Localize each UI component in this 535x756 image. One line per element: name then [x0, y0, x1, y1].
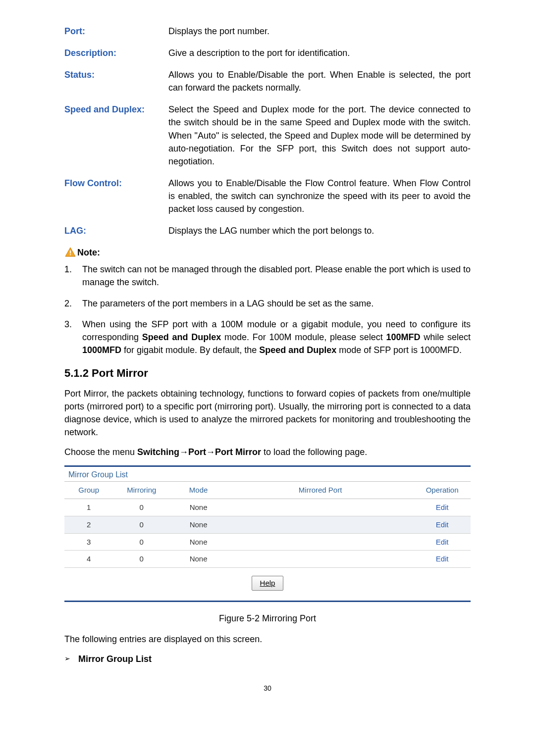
- note-number: 2.: [64, 297, 82, 310]
- cell-ports: [227, 499, 414, 516]
- note-item: 2. The parameters of the port members in…: [64, 297, 471, 310]
- cell-group: 2: [64, 516, 113, 533]
- cell-mirroring: 0: [113, 533, 170, 551]
- definitions-list: Port: Displays the port number. Descript…: [64, 25, 471, 237]
- note-label: Note:: [77, 246, 100, 259]
- definition-term: Status:: [64, 68, 168, 94]
- cell-ports: [227, 551, 414, 568]
- cell-mode: None: [170, 551, 227, 568]
- definition-desc: Displays the LAG number which the port b…: [168, 224, 471, 237]
- edit-link[interactable]: Edit: [436, 503, 449, 511]
- bullet-label: Mirror Group List: [78, 653, 152, 665]
- page-number: 30: [64, 683, 471, 693]
- definition-desc: Select the Speed and Duplex mode for the…: [168, 103, 471, 167]
- definition-row: Port: Displays the port number.: [64, 25, 471, 38]
- note-text: The switch can not be managed through th…: [82, 263, 471, 289]
- definition-row: Speed and Duplex: Select the Speed and D…: [64, 103, 471, 167]
- definition-term: Description:: [64, 47, 168, 59]
- cell-group: 3: [64, 533, 113, 551]
- definition-term: LAG:: [64, 224, 168, 237]
- choose-menu-paragraph: Choose the menu Switching→Port→Port Mirr…: [64, 446, 471, 458]
- note-text-part: while select: [421, 332, 471, 342]
- note-item: 3. When using the SFP port with a 100M m…: [64, 318, 471, 356]
- definition-term: Port:: [64, 25, 168, 38]
- table-title: Mirror Group List: [64, 467, 471, 481]
- note-text: When using the SFP port with a 100M modu…: [82, 318, 471, 356]
- definition-row: Description: Give a description to the p…: [64, 47, 471, 59]
- cell-mirroring: 0: [113, 499, 170, 516]
- table-row: 2 0 None Edit: [64, 516, 471, 533]
- col-header-mirrored-port: Mirrored Port: [227, 482, 414, 499]
- section-heading: 5.1.2 Port Mirror: [64, 365, 471, 381]
- bullet-line: ➢ Mirror Group List: [64, 653, 471, 665]
- definition-term: Speed and Duplex:: [64, 103, 168, 167]
- col-header-mode: Mode: [170, 482, 227, 499]
- edit-link[interactable]: Edit: [436, 520, 449, 529]
- menu-path: Switching→Port→Port Mirror: [137, 447, 261, 457]
- table-row: 4 0 None Edit: [64, 551, 471, 568]
- cell-ports: [227, 516, 414, 533]
- definition-term: Flow Control:: [64, 177, 168, 215]
- cell-group: 1: [64, 499, 113, 516]
- bold-text: 100MFD: [386, 332, 420, 342]
- edit-link[interactable]: Edit: [436, 554, 449, 563]
- col-header-group: Group: [64, 482, 113, 499]
- text-part: to load the following page.: [261, 447, 367, 457]
- svg-rect-1: [70, 254, 71, 255]
- intro-paragraph: Port Mirror, the packets obtaining techn…: [64, 387, 471, 439]
- after-figure-paragraph: The following entries are displayed on t…: [64, 633, 471, 646]
- bold-text: 1000MFD: [82, 345, 121, 355]
- cell-mirroring: 0: [113, 516, 170, 533]
- bullet-marker-icon: ➢: [64, 653, 78, 664]
- definition-row: LAG: Displays the LAG number which the p…: [64, 224, 471, 237]
- mirror-group-table-wrap: Mirror Group List Group Mirroring Mode M…: [64, 465, 471, 602]
- definition-desc: Allows you to Enable/Disable the Flow Co…: [168, 177, 471, 215]
- svg-rect-0: [70, 251, 71, 253]
- help-button[interactable]: Help: [252, 576, 284, 591]
- table-header-row: Group Mirroring Mode Mirrored Port Opera…: [64, 482, 471, 499]
- bold-text: Speed and Duplex: [259, 345, 336, 355]
- help-row: Help: [64, 568, 471, 601]
- table-row: 3 0 None Edit: [64, 533, 471, 551]
- definition-row: Status: Allows you to Enable/Disable the…: [64, 68, 471, 94]
- figure-caption: Figure 5-2 Mirroring Port: [64, 612, 471, 625]
- definition-row: Flow Control: Allows you to Enable/Disab…: [64, 177, 471, 215]
- definition-desc: Give a description to the port for ident…: [168, 47, 471, 59]
- mirror-group-table: Group Mirroring Mode Mirrored Port Opera…: [64, 481, 471, 568]
- cell-ports: [227, 533, 414, 551]
- definition-desc: Displays the port number.: [168, 25, 471, 38]
- note-number: 1.: [64, 263, 82, 289]
- definition-desc: Allows you to Enable/Disable the port. W…: [168, 68, 471, 94]
- col-header-operation: Operation: [414, 482, 471, 499]
- cell-mode: None: [170, 533, 227, 551]
- cell-mode: None: [170, 499, 227, 516]
- note-header: Note:: [64, 246, 471, 259]
- bold-text: Speed and Duplex: [142, 332, 221, 342]
- note-list: 1. The switch can not be managed through…: [64, 263, 471, 356]
- cell-mirroring: 0: [113, 551, 170, 568]
- cell-mode: None: [170, 516, 227, 533]
- document-page: Port: Displays the port number. Descript…: [0, 0, 535, 756]
- warning-icon: [64, 247, 76, 258]
- note-text-part: mode. For 100M module, please select: [221, 332, 386, 342]
- edit-link[interactable]: Edit: [436, 538, 449, 546]
- table-row: 1 0 None Edit: [64, 499, 471, 516]
- note-text: The parameters of the port members in a …: [82, 297, 471, 310]
- note-item: 1. The switch can not be managed through…: [64, 263, 471, 289]
- note-number: 3.: [64, 318, 82, 356]
- text-part: Choose the menu: [64, 447, 137, 457]
- col-header-mirroring: Mirroring: [113, 482, 170, 499]
- cell-group: 4: [64, 551, 113, 568]
- note-text-part: mode of SFP port is 1000MFD.: [336, 345, 462, 355]
- note-text-part: for gigabit module. By default, the: [121, 345, 259, 355]
